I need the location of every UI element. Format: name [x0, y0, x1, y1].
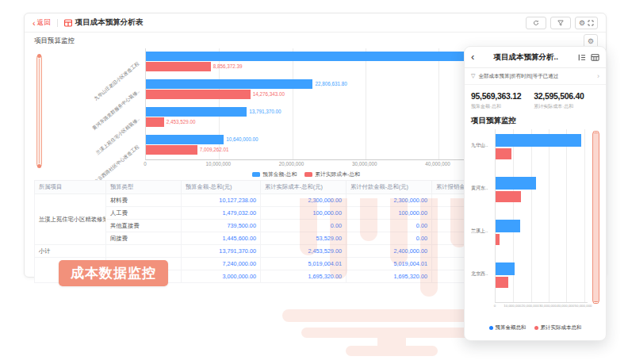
x-tick-label: 10,000,000	[504, 304, 521, 308]
filter-funnel-icon	[557, 20, 564, 26]
stat-actual-total: 32,595,506.40 累计实际成本·总和	[534, 91, 584, 110]
back-label: 返回	[37, 18, 51, 28]
type-cell: 其他直接费	[106, 220, 182, 232]
back-button[interactable]: ‹ 返回	[33, 18, 51, 28]
bar-value-label: 2,453,529.00	[167, 117, 196, 127]
legend-item-actual[interactable]: 累计实际成本-总和	[304, 171, 360, 178]
chevron-right-icon: ›	[597, 72, 599, 80]
bar-budget[interactable]	[146, 107, 247, 117]
bar-budget[interactable]	[496, 262, 515, 275]
bar-budget[interactable]	[146, 135, 224, 144]
value-cell[interactable]: 2,300,000.00	[347, 194, 432, 207]
value-cell[interactable]: 1,695,320.00	[261, 270, 347, 283]
value-cell[interactable]: 1,695,320.00	[347, 270, 432, 283]
bar-value-label: 22,806,631.80	[315, 79, 347, 89]
bar-actual[interactable]	[496, 148, 511, 159]
panel-bar-chart: 九华山..黄河东..兰溪上..北京西.. 010,000,00020,000,0…	[471, 129, 599, 315]
legend-item-budget[interactable]: 预算金额总和	[489, 324, 527, 331]
gridline	[438, 48, 439, 159]
bar-value-label: 14,276,343.00	[253, 90, 285, 99]
value-cell[interactable]: 3,000,000.00	[182, 270, 261, 283]
value-cell[interactable]: 0.00	[347, 220, 432, 232]
chart-legend: 预算金额-总和 累计实际成本-总和	[145, 171, 467, 178]
bar-value-label: 7,009,262.01	[200, 145, 229, 155]
value-cell[interactable]: 1,445,600.00	[182, 232, 261, 245]
value-cell[interactable]: 7,240,000.00	[182, 258, 261, 270]
bar-budget[interactable]	[496, 177, 536, 190]
page-title: 项目成本预算分析表	[75, 17, 144, 28]
value-cell[interactable]: 2,300,000.00	[261, 194, 347, 207]
value-cell[interactable]: 10,127,238.00	[182, 194, 261, 207]
value-cell[interactable]: 739,500.00	[182, 220, 261, 232]
gridline	[584, 129, 585, 302]
bar-value-label: 13,791,370.00	[249, 107, 281, 117]
chart-category-axis: 九华山庄老旧小区改造工程黄河东路党群服务中心装修..兰溪上苑住宅小区精装修..北…	[34, 48, 142, 159]
bar-actual[interactable]	[496, 191, 521, 202]
value-cell[interactable]: 1,479,032.00	[182, 207, 261, 220]
fullscreen-icon	[588, 20, 594, 26]
value-cell[interactable]: 5,019,004.01	[261, 258, 347, 270]
stat-label: 累计实际成本·总和	[534, 103, 584, 110]
legend-label: 累计实际成本-总和	[315, 171, 360, 178]
bar-actual[interactable]	[146, 62, 211, 71]
legend-dot-blue	[489, 326, 493, 330]
chart-section-title: 项目预算监控	[34, 36, 75, 46]
chart-zoom-slider[interactable]	[592, 131, 599, 304]
type-cell	[106, 245, 182, 258]
bar-budget[interactable]	[496, 134, 581, 147]
col-header-actual-cost: 累计实际成本-总和(元)	[261, 181, 347, 194]
value-cell[interactable]: 13,791,370.00	[182, 245, 261, 258]
panel-title: 项目成本预算分析..	[474, 52, 577, 63]
x-tick-label: 20,000,000	[522, 304, 539, 308]
legend-item-actual[interactable]: 累计实际成本总和	[534, 324, 582, 331]
bar-actual[interactable]	[146, 90, 251, 99]
project-cell: 小计	[35, 245, 106, 258]
chart-plot-area	[495, 129, 588, 303]
stat-label: 预算金额·总和	[471, 103, 521, 110]
x-tick-label: 30,000,000	[352, 161, 377, 167]
back-chevron-icon: ‹	[33, 20, 36, 26]
value-cell[interactable]: 2,400,000.00	[347, 245, 432, 258]
settings-gear-icon: ⚙	[579, 19, 585, 27]
value-cell[interactable]: 0.00	[347, 232, 432, 245]
value-cell[interactable]: 100,000.00	[347, 207, 432, 220]
legend-label: 预算金额-总和	[262, 171, 297, 178]
bar-budget[interactable]	[146, 79, 312, 89]
legend-item-budget[interactable]: 预算金额-总和	[252, 171, 297, 178]
more-tools-button[interactable]: ⚙	[575, 17, 598, 29]
value-cell[interactable]: 2,453,529.00	[261, 245, 347, 258]
value-cell[interactable]: 53,529.00	[261, 232, 347, 245]
bar-actual[interactable]	[146, 145, 197, 155]
x-tick-label: 50,000,000	[575, 304, 592, 308]
filter-button[interactable]	[550, 17, 571, 29]
type-cell: 人工费	[106, 207, 182, 220]
bar-budget[interactable]	[146, 52, 468, 61]
value-cell[interactable]: 0.00	[261, 220, 347, 232]
value-cell[interactable]: 5,019,004.01	[347, 258, 432, 270]
table-view-icon[interactable]	[591, 53, 599, 62]
chart-x-axis: 010,000,00020,000,00030,000,00040,000,00…	[495, 304, 587, 311]
value-cell[interactable]: 100,000.00	[261, 207, 347, 220]
category-label: 兰溪上..	[471, 228, 493, 235]
chart-x-axis: 010,000,00020,000,00030,000,00040,000,00…	[145, 161, 467, 168]
stat-value: 95,569,363.12	[471, 91, 521, 101]
panel-filter-bar[interactable]: ▽ 全部成本预算|所有时间|等于已通过 ›	[465, 68, 606, 85]
x-tick-label: 40,000,000	[425, 161, 450, 167]
report-table-icon	[64, 19, 72, 27]
bar-budget[interactable]	[496, 220, 520, 232]
bar-actual[interactable]	[496, 277, 508, 288]
category-label: 北京西..	[471, 270, 493, 278]
col-header-payment: 累计付款金额-总和(元)	[347, 181, 432, 194]
col-header-budget-amount: 预算金额-总和(元)	[182, 181, 261, 194]
bar-actual[interactable]	[146, 117, 164, 127]
stat-budget-total: 95,569,363.12 预算金额·总和	[471, 91, 521, 110]
type-cell: 间接费	[106, 232, 182, 245]
mobile-preview-panel: ‹ 项目成本预算分析.. ▽ 全部成本预算|所有时间|等于已通过	[464, 46, 607, 341]
category-label: 九华山..	[471, 142, 493, 149]
bar-actual[interactable]	[496, 234, 500, 245]
header-divider	[57, 19, 58, 27]
outline-list-icon[interactable]	[577, 53, 586, 62]
refresh-button[interactable]	[526, 17, 546, 29]
type-cell: 材料费	[106, 194, 182, 207]
legend-dot-red	[534, 326, 538, 330]
